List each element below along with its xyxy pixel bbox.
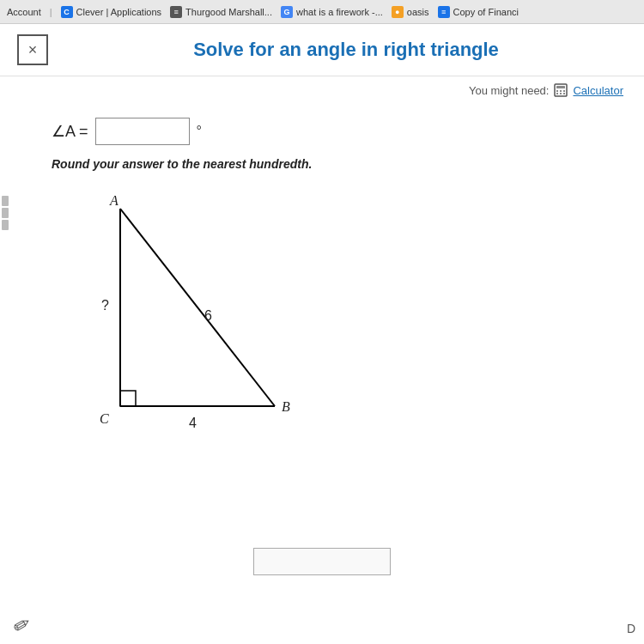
need-row: You might need: Calculator bbox=[0, 76, 644, 104]
vertex-c-label: C bbox=[100, 411, 109, 426]
tab-firework[interactable]: G what is a firework -... bbox=[281, 6, 383, 18]
bottom-answer-input[interactable] bbox=[253, 548, 391, 575]
tab-thurgood-label: Thurgood Marshall... bbox=[185, 7, 272, 17]
tab-oasis[interactable]: ● oasis bbox=[392, 6, 429, 18]
svg-rect-1 bbox=[556, 86, 565, 88]
tab-oasis-label: oasis bbox=[407, 7, 429, 17]
oasis-icon: ● bbox=[392, 6, 404, 18]
svg-rect-4 bbox=[563, 90, 565, 92]
svg-rect-5 bbox=[556, 93, 558, 94]
close-icon: × bbox=[28, 41, 38, 59]
google-icon: G bbox=[281, 6, 293, 18]
vertex-b-label: B bbox=[282, 399, 290, 414]
answer-row bbox=[253, 548, 391, 575]
svg-rect-7 bbox=[563, 93, 565, 94]
triangle-diagram: A B C ? 6 4 bbox=[69, 191, 309, 458]
base-label: 4 bbox=[189, 416, 197, 430]
clever-icon: C bbox=[61, 6, 73, 18]
main-area: × Solve for an angle in right triangle Y… bbox=[0, 24, 644, 644]
close-button[interactable]: × bbox=[17, 34, 48, 65]
tab-finance[interactable]: ≡ Copy of Financi bbox=[438, 6, 519, 18]
triangle-container: A B C ? 6 4 bbox=[52, 191, 592, 458]
degree-symbol: ° bbox=[197, 124, 202, 139]
you-might-need-label: You might need: bbox=[469, 84, 549, 97]
svg-rect-2 bbox=[556, 90, 558, 92]
header-row: × Solve for an angle in right triangle bbox=[0, 24, 644, 76]
content-panel: × Solve for an angle in right triangle Y… bbox=[0, 24, 644, 644]
svg-rect-3 bbox=[560, 90, 562, 92]
edge-decoration bbox=[2, 196, 9, 230]
tab-account[interactable]: Account bbox=[7, 7, 41, 17]
svg-line-10 bbox=[120, 209, 275, 406]
svg-rect-6 bbox=[560, 93, 562, 94]
angle-input-row: ∠A = ° bbox=[52, 118, 592, 145]
tab-finance-label: Copy of Financi bbox=[453, 7, 519, 17]
thurgood-icon: ≡ bbox=[170, 6, 182, 18]
svg-rect-11 bbox=[120, 391, 136, 406]
angle-label: ∠A = bbox=[52, 122, 88, 141]
problem-title: Solve for an angle in right triangle bbox=[65, 39, 627, 61]
tab-account-label: Account bbox=[7, 7, 41, 17]
tab-clever[interactable]: C Clever | Applications bbox=[61, 6, 161, 18]
browser-bar: Account | C Clever | Applications ≡ Thur… bbox=[0, 0, 644, 24]
angle-question-mark: ? bbox=[101, 298, 109, 313]
tab-clever-label: Clever | Applications bbox=[76, 7, 161, 17]
calculator-label[interactable]: Calculator bbox=[573, 84, 623, 97]
finance-icon: ≡ bbox=[438, 6, 450, 18]
tab-firework-label: what is a firework -... bbox=[296, 7, 383, 17]
vertex-a-label: A bbox=[109, 193, 118, 208]
tab-thurgood[interactable]: ≡ Thurgood Marshall... bbox=[170, 6, 272, 18]
d-label: D bbox=[627, 622, 635, 635]
hypotenuse-label: 6 bbox=[204, 308, 212, 323]
round-instruction: Round your answer to the nearest hundred… bbox=[52, 157, 592, 171]
angle-answer-input[interactable] bbox=[95, 118, 190, 145]
calculator-icon bbox=[554, 83, 568, 97]
